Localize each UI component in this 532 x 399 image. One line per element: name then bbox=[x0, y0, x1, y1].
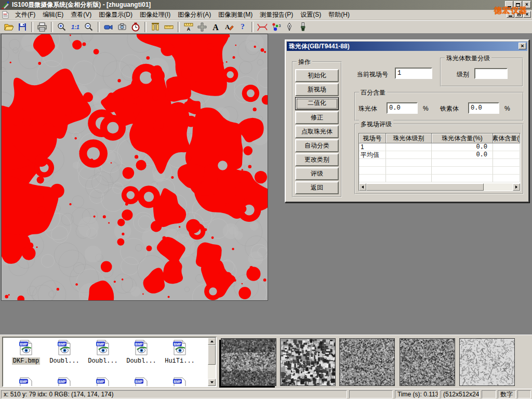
scrollbar-thumb[interactable] bbox=[366, 183, 484, 191]
scroll-right-button[interactable] bbox=[513, 183, 520, 191]
table-row-empty bbox=[359, 175, 520, 182]
file-item-dkf[interactable]: BMP DKF.bmp bbox=[7, 340, 45, 365]
ruler-measure-button[interactable] bbox=[163, 21, 175, 33]
menu-image-measure[interactable]: 图像测量(M) bbox=[215, 10, 256, 20]
text-tool-button[interactable]: A bbox=[209, 21, 222, 33]
file-item[interactable]: BMP bbox=[46, 377, 83, 387]
rate-button[interactable]: 评级 bbox=[295, 167, 339, 180]
help-button[interactable]: ? bbox=[236, 21, 249, 33]
table-row[interactable]: 1 0.0 bbox=[359, 143, 520, 151]
file-item[interactable]: BMP bbox=[123, 377, 160, 387]
file-list-scrollbar[interactable] bbox=[208, 338, 216, 386]
brush-tool-button[interactable] bbox=[297, 21, 309, 33]
print-button[interactable] bbox=[36, 21, 48, 33]
open-button[interactable] bbox=[3, 21, 15, 33]
pearlite-label: 珠光体 bbox=[358, 104, 377, 113]
thumbnail-4[interactable] bbox=[400, 338, 455, 386]
return-button[interactable]: 返回 bbox=[295, 181, 339, 194]
scroll-up-button[interactable] bbox=[208, 338, 216, 345]
app-icon bbox=[2, 1, 10, 9]
scroll-down-button[interactable] bbox=[208, 379, 216, 386]
rating-table[interactable]: 视场号 珠光体级别 珠光体含量(%) 铁素体含量(%) 1 0.0 平均值 bbox=[358, 133, 521, 191]
current-field-input[interactable] bbox=[395, 68, 432, 79]
file-item[interactable]: BMP bbox=[161, 377, 198, 387]
menu-image-analysis[interactable]: 图像分析(A) bbox=[174, 10, 215, 20]
file-item[interactable]: BMP Doubl... bbox=[84, 340, 122, 365]
menu-help[interactable]: 帮助(H) bbox=[325, 10, 353, 20]
file-list[interactable]: BMP DKF.bmp BMP Doubl... BMP Doubl... BM… bbox=[2, 337, 217, 387]
svg-text:BMP: BMP bbox=[174, 342, 181, 346]
multi-field-group: 多视场评级 视场号 珠光体级别 珠光体含量(%) 铁素体含量(%) 1 0.0 bbox=[354, 124, 524, 194]
status-panel-empty bbox=[349, 390, 393, 398]
annotate-tool-button[interactable]: A bbox=[223, 21, 235, 33]
file-item[interactable]: BMP Doubl... bbox=[123, 340, 160, 365]
thumbnail-5[interactable] bbox=[459, 338, 515, 386]
workspace: 珠光体(GB/T9441-88) × 操作 初始化 新视场 二值化 修正 点取珠… bbox=[0, 34, 532, 335]
ferrite-percent-input[interactable] bbox=[468, 102, 499, 114]
caliper-measure-button[interactable] bbox=[149, 21, 162, 33]
binarize-button[interactable]: 二值化 bbox=[295, 97, 339, 110]
scroll-left-button[interactable] bbox=[359, 183, 366, 191]
pen-nib-icon bbox=[284, 22, 295, 32]
bmp-file-icon: BMP bbox=[172, 340, 188, 355]
thumbnail-1[interactable] bbox=[221, 338, 276, 386]
bmp-file-icon: BMP bbox=[18, 340, 34, 355]
percent-group: 百分含量 珠光体 % 铁素体 % bbox=[354, 92, 524, 121]
grade-input[interactable] bbox=[474, 68, 508, 79]
menu-image-process[interactable]: 图像处理(I) bbox=[136, 10, 174, 20]
menu-settings[interactable]: 设置(S) bbox=[297, 10, 325, 20]
menu-measure-report[interactable]: 测量报告(P) bbox=[256, 10, 297, 20]
table-row[interactable]: 平均值 0.0 bbox=[359, 151, 520, 159]
actual-size-button[interactable]: 1:1 bbox=[69, 21, 82, 33]
video-capture-button[interactable] bbox=[102, 21, 115, 33]
new-field-button[interactable]: 新视场 bbox=[295, 83, 339, 96]
snapshot-button[interactable] bbox=[116, 21, 128, 33]
auto-classify-button[interactable]: 自动分类 bbox=[295, 139, 339, 152]
table-row-empty bbox=[359, 167, 520, 175]
window-title: IS100显微摄像系统(金相分析版) - [zhuguangti01] bbox=[12, 1, 151, 9]
bmp-file-icon: BMP bbox=[57, 377, 72, 387]
menu-file[interactable]: 文件(F) bbox=[11, 10, 39, 20]
correct-button[interactable]: 修正 bbox=[295, 111, 339, 124]
document-icon bbox=[2, 11, 9, 19]
table-horizontal-scrollbar[interactable] bbox=[359, 183, 520, 191]
file-item[interactable]: BMP bbox=[84, 377, 122, 387]
dialog-title-bar[interactable]: 珠光体(GB/T9441-88) × bbox=[287, 42, 527, 51]
save-floppy-icon bbox=[17, 22, 28, 32]
zoom-in-button[interactable] bbox=[56, 21, 68, 33]
count-points-button[interactable]: 3 bbox=[270, 21, 282, 33]
svg-text:BMP: BMP bbox=[58, 342, 66, 346]
pearlite-percent-input[interactable] bbox=[387, 102, 418, 114]
file-item[interactable]: BMP Doubl... bbox=[46, 340, 83, 365]
measure-label-button[interactable]: A bbox=[182, 21, 195, 33]
grid-tool-button[interactable] bbox=[196, 21, 208, 33]
curve-tool-button[interactable] bbox=[256, 21, 269, 33]
scrollbar-thumb[interactable] bbox=[208, 345, 216, 365]
specimen-image[interactable] bbox=[2, 34, 268, 300]
dialog-close-button[interactable]: × bbox=[518, 43, 526, 49]
file-item[interactable]: BMP HuiTi... bbox=[161, 340, 198, 365]
change-class-button[interactable]: 更改类别 bbox=[295, 153, 339, 166]
pick-pearlite-button[interactable]: 点取珠光体 bbox=[295, 125, 339, 138]
brush-icon bbox=[298, 22, 308, 32]
file-item[interactable]: BMP bbox=[7, 377, 45, 387]
thumbnail-2[interactable] bbox=[280, 338, 336, 386]
thumbnail-3[interactable] bbox=[339, 338, 395, 386]
cell-pearlite: 0.0 bbox=[432, 143, 493, 151]
toolbar: 1:1 A A A ? 3 bbox=[0, 20, 532, 34]
menu-edit[interactable]: 编辑(E) bbox=[39, 10, 67, 20]
zoom-out-icon bbox=[84, 22, 94, 32]
save-button[interactable] bbox=[16, 21, 29, 33]
timer-button[interactable] bbox=[129, 21, 142, 33]
bmp-file-icon: BMP bbox=[134, 377, 149, 387]
initialize-button[interactable]: 初始化 bbox=[295, 69, 339, 82]
application-window: IS100显微摄像系统(金相分析版) - [zhuguangti01] × 德宏… bbox=[0, 0, 532, 399]
zoom-out-button[interactable] bbox=[83, 21, 95, 33]
ruler-icon bbox=[164, 22, 174, 32]
menu-view[interactable]: 查看(V) bbox=[67, 10, 95, 20]
pen-tool-button[interactable] bbox=[283, 21, 296, 33]
bmp-file-icon: BMP bbox=[95, 340, 111, 355]
caliper-icon bbox=[150, 22, 161, 32]
menu-image-display[interactable]: 图像显示(D) bbox=[95, 10, 136, 20]
file-label: Doubl... bbox=[48, 357, 81, 365]
